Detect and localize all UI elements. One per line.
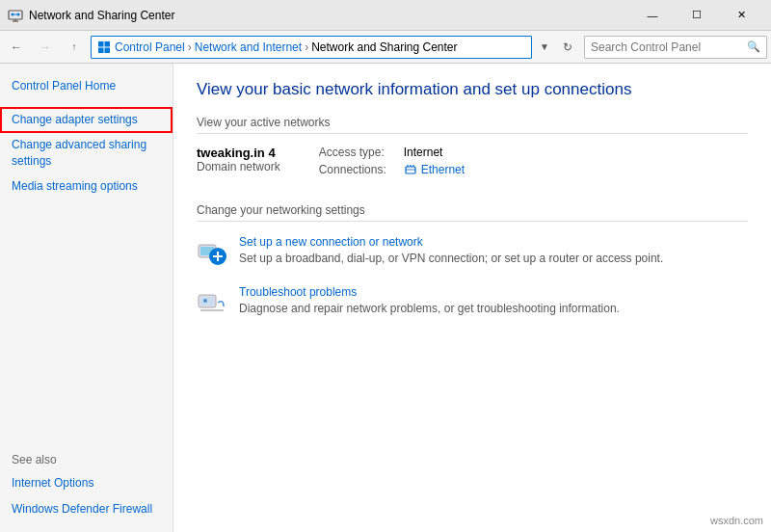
breadcrumb-item-3: Network and Sharing Center [311, 40, 457, 54]
network-type: Domain network [197, 160, 280, 173]
search-input[interactable] [591, 40, 747, 54]
back-button[interactable]: ← [4, 35, 29, 60]
forward-button[interactable]: → [33, 35, 58, 60]
ethernet-icon [404, 163, 417, 176]
settings-section: Change your networking settings Set up a… [197, 203, 748, 318]
svg-rect-21 [200, 297, 214, 306]
maximize-button[interactable]: ☐ [675, 0, 719, 31]
network-info: tweaking.in 4 Domain network Access type… [197, 146, 748, 180]
minimize-button[interactable]: — [630, 0, 675, 31]
new-connection-icon [197, 237, 227, 268]
troubleshoot-desc: Diagnose and repair network problems, or… [239, 302, 748, 315]
svg-rect-10 [406, 167, 415, 173]
network-name: tweaking.in 4 [197, 146, 280, 160]
svg-point-22 [203, 299, 207, 303]
sidebar-item-home[interactable]: Control Panel Home [0, 73, 173, 99]
sidebar-item-media-streaming[interactable]: Media streaming options [0, 173, 173, 200]
sidebar-top: Control Panel Home Change adapter settin… [0, 73, 173, 439]
windows-icon [97, 40, 111, 54]
main-container: Control Panel Home Change adapter settin… [0, 64, 771, 532]
sidebar-item-change-sharing[interactable]: Change advanced sharing settings [0, 133, 173, 173]
new-connection-desc: Set up a broadband, dial-up, or VPN conn… [239, 252, 748, 265]
window-controls: — ☐ ✕ [630, 0, 763, 31]
access-type-row: Access type: Internet [319, 146, 465, 159]
address-bar: ← → ↑ Control Panel › Network and Intern… [0, 31, 771, 64]
sidebar-item-windows-firewall[interactable]: Windows Defender Firewall [0, 496, 173, 522]
connections-label: Connections: [319, 163, 396, 176]
svg-point-4 [17, 13, 20, 15]
breadcrumb[interactable]: Control Panel › Network and Internet › N… [91, 36, 532, 59]
troubleshoot-link[interactable]: Troubleshoot problems [239, 285, 748, 299]
settings-item-1-content: Set up a new connection or network Set u… [239, 235, 748, 265]
access-table: Access type: Internet Connections: [319, 146, 465, 180]
access-type-value: Internet [404, 146, 443, 159]
refresh-button[interactable]: ↻ [555, 35, 580, 60]
svg-rect-6 [98, 41, 104, 47]
svg-rect-8 [98, 47, 104, 53]
troubleshoot-icon [197, 287, 227, 318]
settings-item-troubleshoot: Troubleshoot problems Diagnose and repai… [197, 285, 748, 318]
breadcrumb-sep-1: › [188, 40, 192, 54]
sidebar-inner: Control Panel Home Change adapter settin… [0, 73, 173, 522]
sidebar-bottom: See also Internet Options Windows Defend… [0, 439, 173, 522]
sidebar: Control Panel Home Change adapter settin… [0, 64, 173, 532]
search-box[interactable]: 🔍 [584, 36, 767, 59]
new-connection-link[interactable]: Set up a new connection or network [239, 235, 748, 249]
content-area: View your basic network information and … [173, 64, 771, 532]
active-networks-label: View your active networks [197, 116, 748, 134]
connections-row: Connections: Ethernet [319, 163, 465, 176]
breadcrumb-item-1[interactable]: Control Panel [115, 40, 185, 54]
window-title: Network and Sharing Center [29, 9, 630, 22]
access-type-label: Access type: [319, 146, 396, 159]
ethernet-link-text: Ethernet [421, 163, 465, 176]
up-button[interactable]: ↑ [62, 35, 87, 60]
settings-item-new-connection: Set up a new connection or network Set u… [197, 235, 748, 268]
breadcrumb-sep-2: › [305, 40, 308, 54]
svg-rect-9 [105, 47, 111, 53]
page-title: View your basic network information and … [197, 79, 748, 100]
svg-rect-7 [105, 41, 111, 47]
ethernet-link[interactable]: Ethernet [404, 163, 465, 176]
breadcrumb-dropdown-button[interactable]: ▼ [538, 41, 551, 52]
sidebar-item-change-adapter[interactable]: Change adapter settings [0, 107, 173, 133]
breadcrumb-item-2[interactable]: Network and Internet [195, 40, 302, 54]
window-icon [8, 8, 23, 23]
close-button[interactable]: ✕ [719, 0, 763, 31]
search-icon: 🔍 [747, 40, 760, 53]
settings-item-2-content: Troubleshoot problems Diagnose and repai… [239, 285, 748, 315]
title-bar: Network and Sharing Center — ☐ ✕ [0, 0, 771, 31]
network-identity: tweaking.in 4 Domain network [197, 146, 280, 180]
see-also-label: See also [0, 449, 173, 470]
sidebar-item-internet-options[interactable]: Internet Options [0, 470, 173, 496]
watermark: wsxdn.com [710, 515, 763, 526]
svg-point-3 [12, 13, 14, 15]
change-settings-label: Change your networking settings [197, 203, 748, 222]
